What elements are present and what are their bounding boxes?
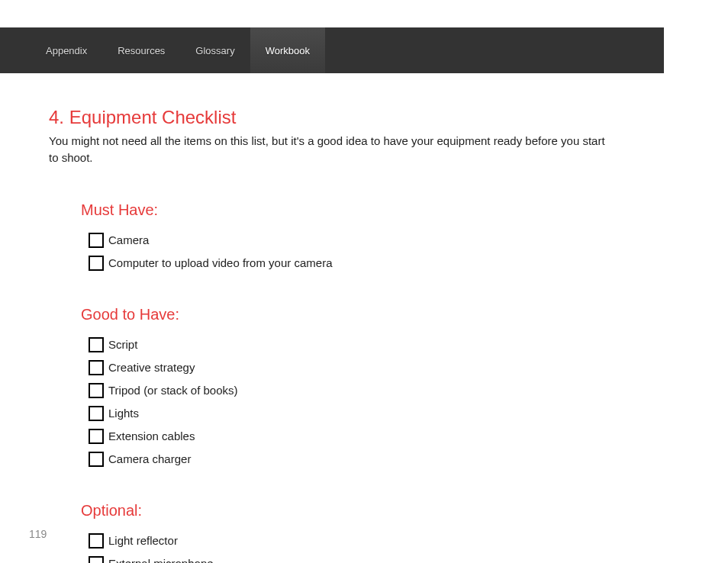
checkbox-icon[interactable] — [89, 256, 104, 271]
list-item: Lights — [89, 406, 679, 421]
checklist: Light reflectorExternal microphone — [81, 533, 679, 564]
check-label: Extension cables — [108, 429, 195, 442]
tab-bar: AppendixResourcesGlossaryWorkbook — [0, 27, 664, 73]
tab-glossary[interactable]: Glossary — [180, 27, 250, 73]
check-label: Camera charger — [108, 452, 191, 465]
list-item: Script — [89, 337, 679, 352]
checkbox-icon[interactable] — [89, 360, 104, 375]
checklist: CameraComputer to upload video from your… — [81, 233, 679, 271]
check-label: Computer to upload video from your camer… — [108, 256, 332, 269]
checkbox-icon[interactable] — [89, 429, 104, 444]
checklist: ScriptCreative strategyTripod (or stack … — [81, 337, 679, 467]
check-label: External microphone — [108, 557, 214, 563]
list-item: Computer to upload video from your camer… — [89, 256, 679, 271]
checkbox-icon[interactable] — [89, 337, 104, 352]
checkbox-icon[interactable] — [89, 383, 104, 398]
section-heading: Good to Have: — [81, 306, 679, 323]
check-label: Light reflector — [108, 534, 178, 547]
list-item: Camera — [89, 233, 679, 248]
page-content: 4. Equipment Checklist You might not nee… — [0, 73, 728, 563]
tab-appendix[interactable]: Appendix — [31, 27, 102, 73]
intro-text: You might not need all the items on this… — [49, 133, 614, 166]
section: Must Have:CameraComputer to upload video… — [49, 201, 679, 271]
section-heading: Must Have: — [81, 201, 679, 219]
page-number: 119 — [29, 528, 47, 540]
list-item: External microphone — [89, 556, 679, 564]
tab-workbook[interactable]: Workbook — [250, 27, 325, 73]
checkbox-icon[interactable] — [89, 452, 104, 467]
check-label: Creative strategy — [108, 361, 195, 374]
check-label: Script — [108, 338, 137, 351]
list-item: Extension cables — [89, 429, 679, 444]
check-label: Lights — [108, 407, 139, 420]
section: Good to Have:ScriptCreative strategyTrip… — [49, 306, 679, 467]
checkbox-icon[interactable] — [89, 233, 104, 248]
check-label: Tripod (or stack of books) — [108, 384, 238, 397]
list-item: Creative strategy — [89, 360, 679, 375]
section-heading: Optional: — [81, 502, 679, 520]
checkbox-icon[interactable] — [89, 406, 104, 421]
section: Optional:Light reflectorExternal microph… — [49, 502, 679, 564]
list-item: Camera charger — [89, 452, 679, 467]
tab-resources[interactable]: Resources — [102, 27, 180, 73]
list-item: Light reflector — [89, 533, 679, 549]
checkbox-icon[interactable] — [89, 533, 104, 549]
page-title: 4. Equipment Checklist — [49, 107, 679, 128]
check-label: Camera — [108, 233, 149, 246]
checkbox-icon[interactable] — [89, 556, 104, 564]
list-item: Tripod (or stack of books) — [89, 383, 679, 398]
